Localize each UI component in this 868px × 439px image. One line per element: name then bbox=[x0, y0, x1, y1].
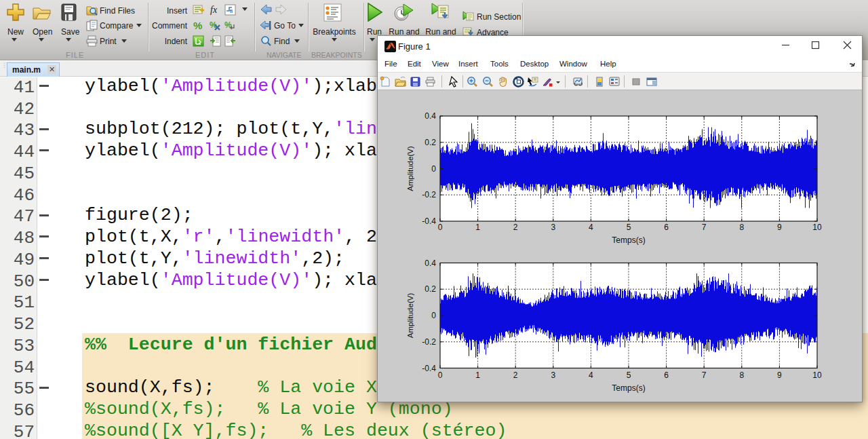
svg-text:Temps(s): Temps(s) bbox=[612, 235, 645, 245]
svg-text:6: 6 bbox=[664, 370, 669, 380]
svg-text:1: 1 bbox=[475, 223, 480, 232]
svg-text:2: 2 bbox=[513, 223, 518, 232]
svg-text:0: 0 bbox=[431, 164, 436, 174]
svg-text:10: 10 bbox=[812, 370, 822, 380]
svg-text:9: 9 bbox=[777, 223, 782, 232]
svg-text:7: 7 bbox=[702, 223, 707, 232]
svg-text:-0.4: -0.4 bbox=[422, 216, 436, 226]
svg-text:-0.2: -0.2 bbox=[422, 337, 436, 347]
svg-text:5: 5 bbox=[627, 223, 631, 232]
svg-text:Temps(s): Temps(s) bbox=[612, 383, 645, 393]
svg-text:0: 0 bbox=[438, 370, 443, 380]
svg-text:-0.4: -0.4 bbox=[422, 364, 436, 373]
svg-text:0.4: 0.4 bbox=[425, 111, 436, 121]
svg-text:Amplitude(V): Amplitude(V) bbox=[406, 146, 414, 191]
svg-text:%: % bbox=[193, 20, 202, 31]
svg-text:0: 0 bbox=[438, 223, 443, 232]
svg-text:8: 8 bbox=[739, 223, 744, 232]
svg-text:0.4: 0.4 bbox=[425, 259, 436, 268]
svg-text:3: 3 bbox=[551, 370, 555, 380]
svg-text:4: 4 bbox=[589, 370, 593, 380]
svg-text:1: 1 bbox=[475, 370, 480, 380]
svg-text:7: 7 bbox=[702, 370, 707, 380]
svg-text:-0.2: -0.2 bbox=[422, 190, 436, 199]
svg-text:2: 2 bbox=[513, 370, 518, 380]
svg-text:fi: fi bbox=[230, 8, 233, 14]
svg-text:6: 6 bbox=[664, 223, 669, 232]
svg-text:8: 8 bbox=[739, 370, 744, 380]
svg-text:fx: fx bbox=[210, 5, 218, 15]
svg-text:0.2: 0.2 bbox=[425, 284, 436, 294]
svg-text:3: 3 bbox=[551, 223, 555, 232]
svg-text:10: 10 bbox=[812, 223, 822, 232]
svg-text:Amplitude(V): Amplitude(V) bbox=[406, 293, 414, 339]
svg-text:4: 4 bbox=[589, 223, 593, 232]
svg-text:9: 9 bbox=[777, 370, 782, 380]
svg-text:0: 0 bbox=[431, 311, 436, 320]
svg-text:0.2: 0.2 bbox=[425, 138, 436, 147]
svg-text:5: 5 bbox=[627, 370, 631, 380]
